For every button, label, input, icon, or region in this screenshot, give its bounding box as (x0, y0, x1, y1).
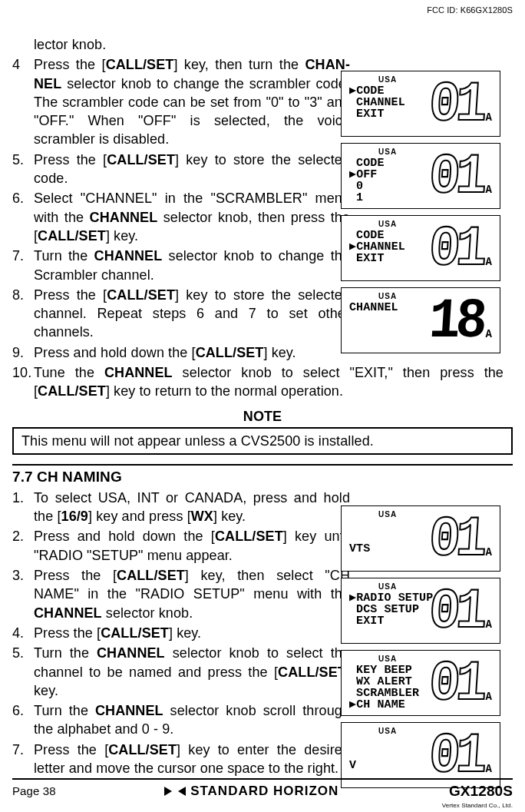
lcd-menu-text: ▶CODE CHANNEL EXIT (349, 85, 405, 120)
lcd-column-bottom: USA VTS01AUSA▶RADIO SETUP DCS SETUP EXIT… (341, 505, 500, 788)
lcd-menu-text: VTS (349, 520, 370, 555)
lcd-display: USA CODE ▶CHANNEL EXIT01A (341, 215, 500, 281)
brand-logo: STANDARD HORIZON (56, 783, 449, 800)
lcd-menu-text: CHANNEL (349, 302, 398, 313)
lcd-display: USA CODE ▶OFF 0 101A (341, 143, 500, 209)
note-box: This menu will not appear unless a CVS25… (12, 427, 513, 455)
step-text: Press the [CALL/SET] key to store the se… (34, 286, 350, 342)
step-number: 6. (12, 701, 34, 720)
lcd-usa-indicator: USA (378, 509, 397, 520)
step-number: 7. (12, 247, 34, 265)
lcd-column-top: USA▶CODE CHANNEL EXIT01AUSA CODE ▶OFF 0 … (341, 71, 500, 353)
lcd-usa-indicator: USA (378, 582, 397, 592)
lcd-menu-text: CODE ▶OFF 0 1 (349, 157, 385, 204)
lcd-menu-text: ▶RADIO SETUP DCS SETUP EXIT (349, 592, 433, 627)
lcd-display: USA VTS01A (341, 505, 500, 572)
lcd-usa-indicator: USA (378, 654, 397, 665)
lcd-channel-number: 01A (429, 729, 492, 783)
instruction-step: 6.Turn the CHANNEL selector knob scroll … (12, 701, 350, 739)
step-text: Select "CHANNEL" in the "SCRAMBLER" menu… (34, 189, 350, 245)
instruction-step: 5.Turn the CHANNEL selector knob to sele… (12, 644, 350, 700)
lcd-usa-indicator: USA (378, 291, 397, 302)
lcd-usa-indicator: USA (378, 219, 397, 230)
step-number: 1. (12, 489, 34, 507)
step-text: Press the [CALL/SET] key, then turn the … (34, 55, 350, 148)
instruction-step: 8.Press the [CALL/SET] key to store the … (12, 286, 350, 342)
lcd-channel-number: 18A (429, 294, 492, 348)
section-title: 7.7 CH NAMING (12, 464, 513, 487)
fcc-id: FCC ID: K66GX1280S (427, 5, 513, 16)
step-text: Turn the CHANNEL selector knob to change… (34, 247, 350, 284)
lcd-menu-text: KEY BEEP WX ALERT SCRAMBLER ▶CH NAME (349, 665, 419, 711)
lcd-menu-text: V (349, 737, 356, 771)
instruction-step: 4Press the [CALL/SET] key, then turn the… (12, 55, 350, 148)
lcd-channel-number: 01A (429, 222, 492, 276)
lcd-channel-number: 01A (429, 150, 492, 204)
note-label: NOTE (12, 407, 513, 426)
step-number: 2. (12, 527, 34, 545)
vertex-copyright: Vertex Standard Co., Ltd. (442, 802, 513, 810)
intro-fragment: lector knob. (34, 35, 350, 54)
lcd-menu-text: CODE ▶CHANNEL EXIT (349, 230, 405, 264)
step-number: 6. (12, 189, 34, 207)
note-text: This menu will not appear unless a CVS25… (21, 433, 374, 449)
model-number: GX1280S (449, 781, 513, 801)
lcd-display: USA KEY BEEP WX ALERT SCRAMBLER ▶CH NAME… (341, 650, 500, 716)
instruction-step: 3.Press the [CALL/SET] key, then select … (12, 566, 350, 622)
horizon-logo-icon (166, 787, 184, 796)
page-footer: Page 38 STANDARD HORIZON GX1280S (12, 778, 513, 801)
lcd-channel-number: 01A (429, 657, 492, 711)
instruction-step: 6.Select "CHANNEL" in the "SCRAMBLER" me… (12, 189, 350, 245)
step-number: 10. (12, 363, 34, 382)
step-number: 4 (12, 55, 34, 74)
step-text: Press and hold down the [CALL/SET] key u… (34, 527, 350, 565)
page-number: Page 38 (12, 784, 56, 799)
brand-text: STANDARD HORIZON (190, 783, 338, 800)
lcd-channel-number: 01A (429, 585, 492, 638)
instruction-step: 4.Press the [CALL/SET] key. (12, 624, 350, 642)
lcd-display: USACHANNEL18A (341, 287, 500, 353)
step-text: To select USA, INT or CANADA, press and … (34, 489, 350, 526)
step-number: 7. (12, 741, 34, 759)
instruction-step: 7.Press the [CALL/SET] key to enter the … (12, 741, 350, 778)
step-text: Turn the CHANNEL selector knob to select… (34, 644, 350, 700)
instruction-step: 7.Turn the CHANNEL selector knob to chan… (12, 247, 350, 284)
instruction-step: 5.Press the [CALL/SET] key to store the … (12, 151, 350, 188)
lcd-channel-number: 01A (429, 78, 492, 131)
lcd-usa-indicator: USA (378, 726, 397, 737)
lcd-display: USA▶CODE CHANNEL EXIT01A (341, 71, 500, 137)
step-text: Turn the CHANNEL selector knob scroll th… (34, 701, 350, 739)
lcd-usa-indicator: USA (378, 147, 397, 157)
instruction-step: 2.Press and hold down the [CALL/SET] key… (12, 527, 350, 565)
lcd-display: USA▶RADIO SETUP DCS SETUP EXIT01A (341, 578, 500, 644)
step-number: 5. (12, 151, 34, 169)
step-text: Press the [CALL/SET] key to enter the de… (34, 741, 350, 778)
instruction-step: 10.Tune the CHANNEL selector knob to sel… (12, 363, 504, 401)
lcd-channel-number: 01A (429, 512, 492, 566)
step-text: Press the [CALL/SET] key, then select "C… (34, 566, 350, 622)
step-number: 8. (12, 286, 34, 304)
step-text: Press the [CALL/SET] key. (34, 624, 350, 642)
lcd-usa-indicator: USA (378, 75, 397, 85)
step-number: 4. (12, 624, 34, 642)
step-text: Press the [CALL/SET] key to store the se… (34, 151, 350, 188)
step-number: 3. (12, 566, 34, 585)
instruction-step: 1.To select USA, INT or CANADA, press an… (12, 489, 350, 526)
step-text: Tune the CHANNEL selector knob to select… (34, 363, 504, 401)
step-number: 9. (12, 343, 34, 362)
step-number: 5. (12, 644, 34, 662)
